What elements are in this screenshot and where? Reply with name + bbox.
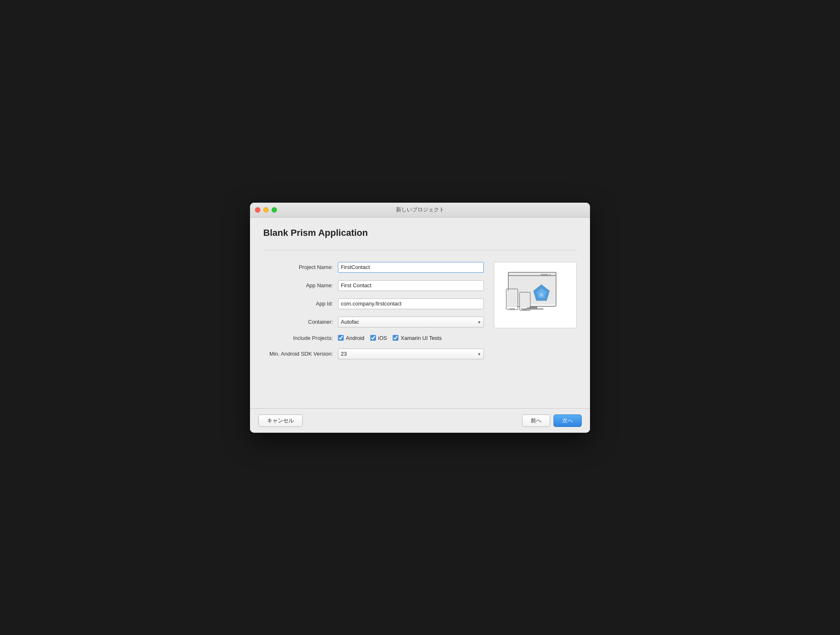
titlebar: 新しいプロジェクト [250,203,590,218]
traffic-lights [255,207,277,213]
svg-rect-9 [509,308,515,309]
form-area: Project Name: App Name: App Id: Containe… [263,262,577,367]
include-projects-row: Include Projects: Android iOS Xamarin [263,335,484,341]
include-projects-label: Include Projects: [263,335,338,341]
app-name-input[interactable] [338,280,484,291]
xamarin-checkbox-item: Xamarin UI Tests [393,335,442,341]
footer-right: 前へ 次へ [522,414,582,427]
ios-label: iOS [378,335,387,341]
page-heading: Blank Prism Application [263,228,577,238]
form-fields: Project Name: App Name: App Id: Containe… [263,262,484,367]
sdk-version-label: Min. Android SDK Version: [263,351,338,357]
container-label: Container: [263,319,338,325]
ios-checkbox[interactable] [370,335,376,341]
project-name-label: Project Name: [263,264,338,270]
app-name-row: App Name: [263,280,484,291]
cancel-button[interactable]: キャンセル [258,414,303,427]
container-row: Container: Autofac DryIoc Unity Ninject … [263,317,484,327]
minimize-button[interactable] [263,207,269,213]
window-title: 新しいプロジェクト [396,206,444,213]
dialog-window: 新しいプロジェクト Blank Prism Application Projec… [250,203,590,433]
svg-rect-12 [523,309,527,310]
project-name-row: Project Name: [263,262,484,273]
next-button[interactable]: 次へ [554,414,582,427]
sdk-select-wrapper: 19 21 22 23 24 25 26 27 28 ▼ [338,349,484,359]
container-select[interactable]: Autofac DryIoc Unity Ninject [338,317,484,327]
checkboxes-row: Android iOS Xamarin UI Tests [338,335,484,341]
svg-rect-5 [541,274,548,275]
app-id-input[interactable] [338,298,484,309]
sdk-version-select[interactable]: 19 21 22 23 24 25 26 27 28 [338,349,484,359]
svg-rect-11 [520,294,530,308]
android-checkbox[interactable] [338,335,344,341]
content-area: Blank Prism Application Project Name: Ap… [250,218,590,408]
ios-checkbox-item: iOS [370,335,387,341]
container-select-wrapper: Autofac DryIoc Unity Ninject ▼ [338,317,484,327]
prism-preview-image [502,268,568,322]
close-button[interactable] [255,207,260,213]
project-name-input[interactable] [338,262,484,273]
svg-rect-6 [549,274,551,275]
xamarin-label: Xamarin UI Tests [401,335,442,341]
preview-box [494,262,577,328]
footer: キャンセル 前へ 次へ [250,408,590,433]
xamarin-checkbox[interactable] [393,335,398,341]
android-checkbox-item: Android [338,335,364,341]
divider [263,250,577,250]
app-id-label: App Id: [263,301,338,307]
maximize-button[interactable] [272,207,277,213]
svg-rect-8 [507,291,517,307]
prev-button[interactable]: 前へ [522,414,550,427]
svg-point-15 [539,293,544,297]
sdk-version-row: Min. Android SDK Version: 19 21 22 23 24… [263,349,484,359]
app-name-label: App Name: [263,282,338,288]
app-id-row: App Id: [263,298,484,309]
android-label: Android [346,335,364,341]
